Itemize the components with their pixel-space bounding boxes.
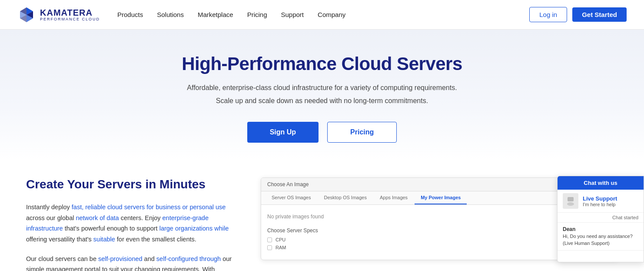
- nav-item-company[interactable]: Company: [318, 11, 345, 18]
- mockup-cpu-label: CPU: [276, 237, 285, 242]
- logo-sub: PERFORMANCE CLOUD: [40, 17, 100, 22]
- svg-point-8: [567, 202, 574, 206]
- para1-text: Instantly deploy: [26, 204, 72, 211]
- left-content: Create Your Servers in Minutes Instantly…: [26, 177, 235, 271]
- logo-text: KAMATERA PERFORMANCE CLOUD: [40, 8, 100, 22]
- chat-msg-sender: Dean: [563, 226, 638, 232]
- hero-buttons: Sign Up Pricing: [9, 122, 635, 143]
- mockup-cpu-checkbox[interactable]: [267, 238, 272, 242]
- nav-item-pricing[interactable]: Pricing: [247, 11, 267, 18]
- body-para2: Our cloud servers can be self-provisione…: [26, 254, 235, 271]
- para1-link4[interactable]: large organizations while: [159, 225, 229, 232]
- svg-rect-7: [568, 197, 574, 201]
- para2-link2[interactable]: self-configured through: [156, 255, 221, 262]
- nav-item-products[interactable]: Products: [117, 11, 143, 18]
- nav-item-solutions[interactable]: Solutions: [157, 11, 184, 18]
- get-started-button[interactable]: Get Started: [572, 7, 627, 22]
- logo-name: KAMATERA: [40, 8, 100, 17]
- para2-text2: and: [143, 255, 156, 262]
- para1-text6: for even the smallest clients.: [115, 236, 196, 243]
- body-para1: Instantly deploy fast, reliable cloud se…: [26, 202, 235, 245]
- chat-widget[interactable]: Chat with us Live Support I'm here to he…: [557, 176, 644, 262]
- pricing-button[interactable]: Pricing: [327, 122, 397, 143]
- mockup-tab-desktop-os[interactable]: Desktop OS Images: [318, 191, 372, 204]
- chat-agent-name: Live Support: [583, 195, 638, 202]
- para1-text2: across our global: [26, 214, 76, 221]
- hero-title: High-Performance Cloud Servers: [9, 54, 635, 74]
- chat-avatar: [563, 193, 578, 209]
- logo[interactable]: KAMATERA PERFORMANCE CLOUD: [17, 6, 100, 24]
- chat-msg-text: Hi, Do you need any assistance? (Live Hu…: [563, 233, 638, 247]
- para1-text5: offering versatility that's: [26, 236, 93, 243]
- login-button[interactable]: Log in: [529, 7, 567, 22]
- nav-item-marketplace[interactable]: Marketplace: [198, 11, 233, 18]
- signup-button[interactable]: Sign Up: [247, 122, 319, 143]
- nav-item-support[interactable]: Support: [281, 11, 304, 18]
- para1-link5[interactable]: suitable: [93, 236, 115, 243]
- chat-header: Chat with us: [558, 176, 644, 190]
- chat-message-area: Dean Hi, Do you need any assistance? (Li…: [558, 223, 644, 250]
- chat-input-area: [558, 250, 644, 262]
- para1-link2[interactable]: network of data: [76, 214, 119, 221]
- mockup-ram-label: RAM: [276, 245, 286, 250]
- section-title: Create Your Servers in Minutes: [26, 177, 235, 191]
- nav-links: Products Solutions Marketplace Pricing S…: [117, 11, 529, 18]
- mockup-tab-apps[interactable]: Apps Images: [374, 191, 414, 204]
- para2-text1: Our cloud servers can be: [26, 255, 98, 262]
- para2-link1[interactable]: self-provisioned: [98, 255, 143, 262]
- para1-link1[interactable]: fast, reliable cloud servers for busines…: [72, 204, 226, 211]
- mockup-tab-my-power[interactable]: My Power Images: [415, 191, 467, 204]
- avatar-icon: [566, 196, 575, 206]
- mockup-ram-checkbox[interactable]: [267, 245, 272, 250]
- para1-text3: centers. Enjoy: [119, 214, 163, 221]
- hero-section: High-Performance Cloud Servers Affordabl…: [0, 30, 644, 160]
- para1-text4: that's powerful enough to support: [63, 225, 159, 232]
- kamatera-logo-icon: [17, 6, 36, 24]
- chat-agent-info: Live Support I'm here to help: [583, 195, 638, 207]
- hero-subtitle2: Scale up and scale down as needed with n…: [9, 95, 635, 107]
- chat-status-bar: Chat started: [558, 213, 644, 223]
- chat-agent-row: Live Support I'm here to help: [558, 190, 644, 213]
- hero-subtitle1: Affordable, enterprise-class cloud infra…: [9, 82, 635, 94]
- navbar: KAMATERA PERFORMANCE CLOUD Products Solu…: [0, 0, 644, 30]
- mockup-tab-server-os[interactable]: Server OS Images: [266, 191, 317, 204]
- chat-agent-status: I'm here to help: [583, 202, 638, 207]
- nav-actions: Log in Get Started: [529, 7, 627, 22]
- chat-input[interactable]: [558, 251, 644, 262]
- bottom-section: Create Your Servers in Minutes Instantly…: [0, 160, 644, 271]
